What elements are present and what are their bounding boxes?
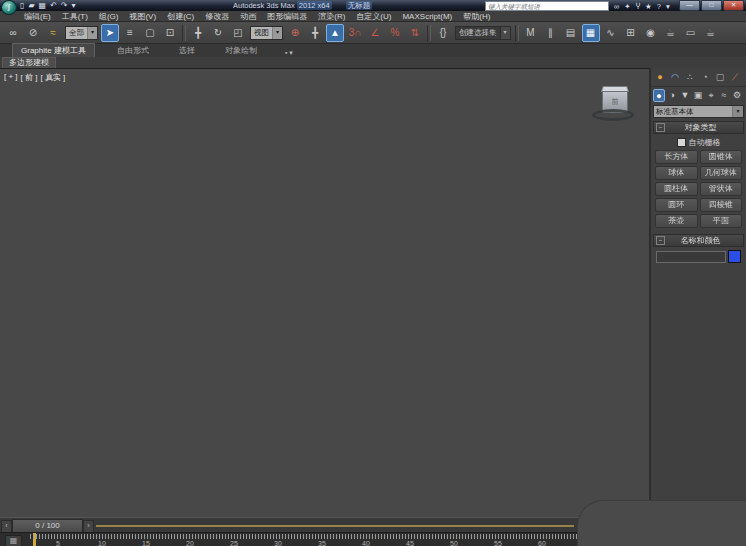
menu-item-10[interactable]: MAXScript(M) (402, 12, 452, 21)
name-color-rollout-header[interactable]: − 名称和颜色 (653, 234, 744, 247)
ribbon-tab-0[interactable]: Graphite 建模工具 (12, 43, 95, 57)
new-scene-icon[interactable]: ▯ (20, 1, 24, 11)
menu-item-8[interactable]: 渲染(R) (318, 11, 345, 22)
track-bar-ruler[interactable]: 51015202530354045505560 (26, 533, 586, 546)
selection-filter-dropdown[interactable]: 全部▾ (65, 26, 98, 40)
render-production-icon[interactable]: ☕ (702, 24, 720, 42)
object-type-rollout-header[interactable]: − 对象类型 (653, 121, 744, 134)
snap-toggle-3d-icon[interactable]: 3∩ (346, 24, 364, 42)
primitive-button-6[interactable]: 圆环 (655, 198, 698, 212)
quick-access-dropdown-icon[interactable]: ▾ (72, 1, 76, 11)
display-tab[interactable]: ▢ (714, 71, 726, 84)
edit-named-selection-sets-icon[interactable]: {} (434, 24, 452, 42)
lights-category[interactable]: ▼ (679, 89, 691, 102)
select-and-link-icon[interactable]: ∞ (4, 24, 22, 42)
create-tab[interactable]: ● (654, 71, 666, 84)
primitive-button-3[interactable]: 几何球体 (700, 166, 743, 180)
primitive-button-9[interactable]: 平面 (700, 214, 743, 228)
select-object-icon[interactable]: ➤ (101, 24, 119, 42)
open-file-icon[interactable]: ▰ (28, 1, 34, 11)
viewport-menu-shading[interactable]: [ 真实 ] (40, 72, 65, 83)
primitive-button-8[interactable]: 茶壶 (655, 214, 698, 228)
mini-curve-editor-button[interactable]: ▦ (5, 535, 22, 546)
dropdown-arrow-icon[interactable]: ▾ (272, 27, 282, 39)
select-and-move-icon[interactable]: ╋ (189, 24, 207, 42)
menu-item-1[interactable]: 工具(T) (62, 11, 88, 22)
maximize-button[interactable]: □ (701, 0, 722, 11)
align-icon[interactable]: ∥ (542, 24, 560, 42)
ribbon-overflow-button[interactable]: ▪ ▾ (285, 49, 293, 57)
primitive-button-7[interactable]: 四棱锥 (700, 198, 743, 212)
unlink-selection-icon[interactable]: ⊘ (24, 24, 42, 42)
viewcube-compass-ring[interactable] (592, 109, 634, 121)
percent-snap-toggle-icon[interactable]: % (386, 24, 404, 42)
menu-item-9[interactable]: 自定义(U) (356, 11, 391, 22)
cameras-category[interactable]: ▣ (692, 89, 704, 102)
dropdown-arrow-icon[interactable]: ▾ (500, 27, 510, 39)
search-icon[interactable]: ∞ (614, 2, 619, 11)
helpers-category[interactable]: ⌖ (705, 89, 717, 102)
object-color-swatch[interactable] (728, 250, 741, 263)
mirror-icon[interactable]: M (522, 24, 540, 42)
help-icon[interactable]: ? (657, 2, 661, 11)
systems-category[interactable]: ⚙ (731, 89, 743, 102)
spinner-snap-toggle-icon[interactable]: ⇅ (406, 24, 424, 42)
shapes-category[interactable]: ◑ (666, 89, 678, 102)
time-slider-handle[interactable]: 0 / 100 (12, 519, 83, 533)
dropdown-arrow-icon[interactable]: ▾ (87, 27, 97, 39)
menu-item-4[interactable]: 创建(C) (167, 11, 194, 22)
menu-item-0[interactable]: 编辑(E) (24, 11, 51, 22)
menu-item-6[interactable]: 动画 (240, 11, 256, 22)
primitive-type-dropdown[interactable]: 标准基本体 ▾ (653, 105, 744, 118)
ribbon-tab-3[interactable]: 对象绘制 (217, 44, 265, 57)
favorites-star-icon[interactable]: ★ (645, 2, 652, 11)
ribbon-tab-1[interactable]: 自由形式 (109, 44, 157, 57)
geometry-category[interactable]: ● (653, 89, 665, 102)
rendered-frame-window-icon[interactable]: ▭ (682, 24, 700, 42)
menu-item-11[interactable]: 帮助(H) (463, 11, 490, 22)
primitive-button-2[interactable]: 球体 (655, 166, 698, 180)
graphite-modeling-tools-toggle-icon[interactable]: ▦ (582, 24, 600, 42)
utilities-tab[interactable]: ⟋ (729, 71, 741, 84)
collapse-icon[interactable]: − (656, 123, 665, 132)
select-and-scale-icon[interactable]: ◰ (229, 24, 247, 42)
material-editor-icon[interactable]: ◉ (642, 24, 660, 42)
undo-icon[interactable]: ↶ (50, 1, 57, 11)
rectangular-selection-region-icon[interactable]: ▢ (141, 24, 159, 42)
select-and-rotate-icon[interactable]: ↻ (209, 24, 227, 42)
menu-item-7[interactable]: 图形编辑器 (267, 11, 307, 22)
bind-to-space-warp-icon[interactable]: ≈ (44, 24, 62, 42)
primitive-button-1[interactable]: 圆锥体 (700, 150, 743, 164)
named-selection-sets-dropdown[interactable]: 创建选择集▾ (455, 26, 511, 40)
time-slider-groove[interactable] (96, 525, 574, 527)
ribbon-tab-2[interactable]: 选择 (171, 44, 203, 57)
render-setup-icon[interactable]: ☕ (662, 24, 680, 42)
primitive-button-0[interactable]: 长方体 (655, 150, 698, 164)
minimize-button[interactable]: — (679, 0, 700, 11)
primitive-button-4[interactable]: 圆柱体 (655, 182, 698, 196)
use-pivot-point-center-icon[interactable]: ⊕ (286, 24, 304, 42)
select-and-manipulate-icon[interactable]: ╋ (306, 24, 324, 42)
object-name-field[interactable] (656, 251, 726, 263)
curve-editor-icon[interactable]: ∿ (602, 24, 620, 42)
select-by-name-icon[interactable]: ≡ (121, 24, 139, 42)
schematic-view-icon[interactable]: ⊞ (622, 24, 640, 42)
keyboard-shortcut-override-icon[interactable]: ▲ (326, 24, 344, 42)
search-input[interactable] (485, 1, 609, 11)
hierarchy-tab[interactable]: ∴ (684, 71, 696, 84)
communication-icon[interactable]: Ⴤ (636, 2, 640, 11)
help-dropdown-icon[interactable]: ▾ (666, 2, 670, 11)
autogrid-checkbox[interactable] (677, 138, 686, 147)
redo-icon[interactable]: ↷ (61, 1, 68, 11)
window-crossing-toggle-icon[interactable]: ⊡ (161, 24, 179, 42)
primitive-button-5[interactable]: 管状体 (700, 182, 743, 196)
collapse-icon[interactable]: − (656, 236, 665, 245)
layer-manager-icon[interactable]: ▤ (562, 24, 580, 42)
modify-tab[interactable]: ◠ (669, 71, 681, 84)
angle-snap-toggle-icon[interactable]: ∠ (366, 24, 384, 42)
viewport-menu-pov[interactable]: [ 前 ] (21, 72, 38, 83)
menu-item-2[interactable]: 组(G) (99, 11, 119, 22)
viewcube[interactable]: 前 (591, 83, 637, 123)
save-file-icon[interactable]: ▦ (39, 1, 47, 11)
viewport-front[interactable]: [ + ] [ 前 ] [ 真实 ] 前 (0, 68, 649, 517)
